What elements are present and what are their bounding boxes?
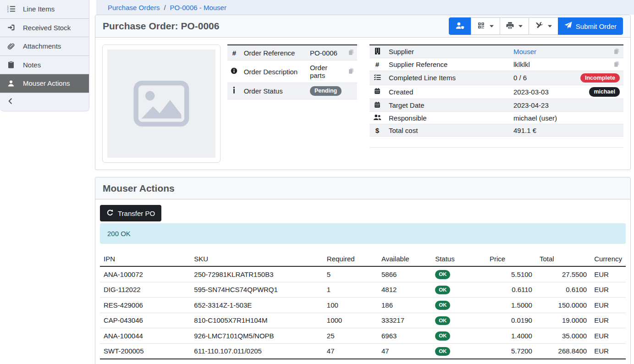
info-icon — [227, 83, 241, 99]
transfer-po-button[interactable]: Transfer PO — [100, 205, 161, 221]
cell-required: 1 — [323, 282, 378, 298]
printer-icon — [506, 22, 514, 31]
print-actions-button[interactable] — [500, 17, 529, 35]
ok-status-badge: OK — [435, 270, 450, 279]
cell-available: 333217 — [378, 313, 431, 328]
header-row: IPN SKU Required Available Status Price … — [100, 252, 626, 266]
ok-status-badge: OK — [435, 316, 450, 325]
cell-status: OK — [431, 313, 486, 328]
sidebar-collapse-button[interactable] — [0, 93, 89, 111]
cell-sku: 926-LMC7101QM5/NOPB — [190, 328, 323, 344]
detail-label: Order Status — [241, 83, 307, 99]
purchase-order-details: # Order Reference PO-0006 Order Descript… — [95, 38, 630, 170]
detail-value: Pending — [307, 83, 344, 99]
cell-sku: 652-3314Z-1-503E — [190, 298, 323, 313]
detail-row: Created 2023-03-03 michael — [369, 85, 623, 99]
mouser-actions-heading: Mouser Actions — [95, 177, 630, 199]
caret-down-icon — [548, 25, 552, 28]
image-placeholder — [107, 50, 215, 158]
breadcrumb: Purchase Orders / PO-0006 - Mouser — [96, 0, 634, 15]
sidebar-item-line-items[interactable]: 123 Line Items — [0, 0, 89, 19]
cell-price: 0.0190 — [486, 313, 536, 328]
copy-icon — [613, 61, 620, 67]
column-header-available: Available — [378, 252, 431, 266]
column-header-currency: Currency — [590, 252, 626, 266]
cell-required: 25 — [323, 328, 378, 344]
cell-sku: 611-110.107.011/0205 — [190, 343, 323, 359]
cell-total: 19.0000 — [536, 313, 590, 328]
detail-row: Completed Line Items 0 / 6 Incomplete — [369, 71, 623, 85]
line-items-table-header: IPN SKU Required Available Status Price … — [100, 252, 626, 266]
supplier-detail-table: Supplier Mouser # Supplier Reference lkl… — [369, 44, 623, 148]
copy-icon — [348, 67, 354, 74]
cell-required: 1000 — [323, 313, 378, 328]
cell-available: 6963 — [378, 328, 431, 344]
barcode-actions-button[interactable] — [471, 17, 500, 35]
cell-required: 5 — [323, 266, 378, 282]
response-alert: 200 OK — [100, 223, 626, 244]
cell-ipn: ANA-100072 — [100, 266, 190, 282]
detail-label: Order Reference — [241, 45, 307, 61]
column-header-total: Total — [536, 252, 590, 266]
table-row: ANA-100072250-72981KLRATR150B355866OK5.5… — [100, 266, 626, 282]
cell-ipn: CAP-043046 — [100, 313, 190, 328]
detail-label: Order Description — [241, 61, 307, 83]
cell-currency: EUR — [590, 313, 626, 328]
purchase-order-panel-heading: Purchase Order: PO-0006 — [95, 15, 630, 38]
table-row: SWT-200005611-110.107.011/02054747OK5.72… — [100, 343, 626, 359]
detail-value: 491.1 € — [510, 124, 569, 137]
header-button-group: Submit Order — [449, 17, 623, 35]
sidebar-item-mouser-actions[interactable]: Mouser Actions — [0, 74, 89, 93]
breadcrumb-link-purchase-orders[interactable]: Purchase Orders — [108, 4, 160, 11]
admin-button[interactable] — [449, 17, 471, 35]
purchase-order-panel: Purchase Order: PO-0006 — [95, 15, 631, 170]
submit-order-button[interactable]: Submit Order — [558, 17, 623, 35]
cell-status: OK — [431, 328, 486, 344]
cell-ipn: SWT-200005 — [100, 343, 190, 359]
ok-status-badge: OK — [435, 301, 450, 310]
copy-button[interactable] — [344, 45, 357, 61]
redo-icon — [106, 209, 114, 218]
cell-price: 1.4000 — [486, 328, 536, 344]
cell-total: 150.0000 — [536, 298, 590, 313]
detail-label: Responsible — [385, 112, 510, 124]
sidebar-item-label: Attachments — [23, 42, 61, 50]
detail-value: 2023-04-23 — [510, 99, 569, 112]
cell-ipn: ANA-100044 — [100, 328, 190, 344]
total-value: 501.0000 — [536, 359, 590, 364]
cell-currency: EUR — [590, 328, 626, 344]
detail-label: Created — [385, 85, 510, 99]
sidebar-item-received-stock[interactable]: Received Stock — [0, 19, 89, 38]
breadcrumb-link-current[interactable]: PO-0006 - Mouser — [170, 4, 226, 11]
order-actions-button[interactable] — [529, 17, 558, 35]
total-row: Total 501.0000 — [100, 359, 626, 364]
cell-total: 27.5500 — [536, 266, 590, 282]
total-label: Total — [100, 359, 190, 364]
cell-available: 47 — [378, 343, 431, 359]
copy-button[interactable] — [569, 58, 623, 71]
detail-value: 2023-03-03 — [510, 85, 569, 99]
order-image-card[interactable] — [102, 44, 221, 163]
tools-icon — [535, 22, 543, 31]
calendar-icon — [369, 99, 385, 112]
ok-status-badge: OK — [435, 347, 450, 356]
sidebar: 123 Line Items Received Stock Attachment… — [0, 0, 89, 111]
list-ol-icon: 123 — [6, 5, 16, 13]
sidebar-item-attachments[interactable]: Attachments — [0, 37, 89, 56]
building-icon — [369, 45, 385, 58]
cell-available: 5866 — [378, 266, 431, 282]
cell-required: 47 — [323, 343, 378, 359]
copy-button[interactable] — [344, 61, 357, 83]
detail-value: Mouser — [510, 45, 569, 58]
cell-status: OK — [431, 266, 486, 282]
supplier-link[interactable]: Mouser — [513, 48, 536, 55]
cell-required: 100 — [323, 298, 378, 313]
sidebar-item-notes[interactable]: Notes — [0, 56, 89, 75]
cell-total: 0.6100 — [536, 282, 590, 298]
cell-currency: EUR — [590, 298, 626, 313]
copy-button[interactable] — [569, 45, 623, 58]
detail-row: Supplier Mouser — [369, 45, 623, 58]
sidebar-item-label: Mouser Actions — [23, 79, 70, 87]
user-icon — [6, 80, 16, 87]
cell-price: 5.5100 — [486, 266, 536, 282]
